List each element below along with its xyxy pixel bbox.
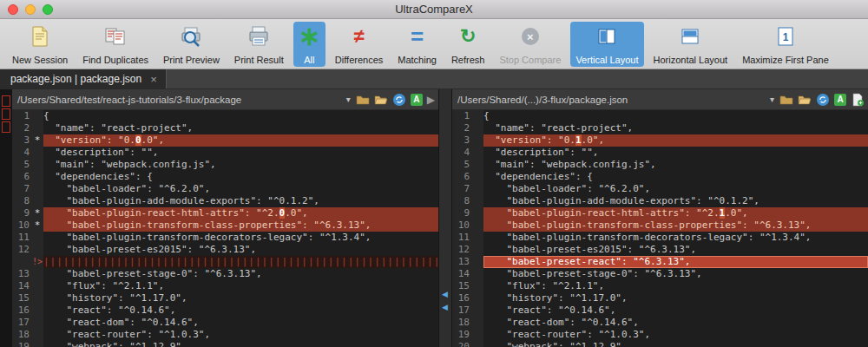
right-code-view[interactable]: 1{2 "name": "react-project",3 "version":… [452, 110, 868, 347]
code-line[interactable]: 8 "babel-plugin-add-module-exports": "^0… [12, 195, 438, 207]
line-text: "description": "", [43, 147, 438, 159]
code-line[interactable]: 19 "react-router": "^1.0.3", [452, 329, 868, 341]
code-line[interactable]: 6 "dependencies": { [452, 171, 868, 183]
code-line[interactable]: 1{ [452, 110, 868, 122]
vertical-layout-button[interactable]: Vertical Layout [570, 22, 643, 67]
left-file-path[interactable]: /Users/Shared/test/react-js-tutorials/3-… [17, 95, 341, 105]
line-text: "version": "0.1.0", [483, 134, 868, 147]
diff-marker [471, 232, 483, 244]
font-options-icon[interactable]: A [834, 94, 846, 106]
code-line[interactable]: 16 "history": "^1.17.0", [452, 292, 868, 304]
code-line[interactable]: 7 "babel-loader": "^6.2.0", [12, 183, 438, 195]
line-number: 3 [452, 134, 471, 147]
diff-marker: !> [31, 256, 43, 268]
line-text: "name": "react-project", [43, 122, 438, 134]
new-session-icon [30, 24, 50, 49]
folder-open-icon[interactable] [798, 93, 812, 107]
tab-bar: package.json | package.json × [0, 69, 868, 89]
line-text: "babel-plugin-add-module-exports": "^0.1… [483, 195, 868, 207]
code-line[interactable]: 4 "description": "", [12, 147, 438, 159]
toolbar-button-label: Horizontal Layout [654, 55, 728, 65]
folder-open-icon[interactable] [374, 93, 388, 107]
code-line[interactable]: 13 "babel-preset-react": "^6.3.13", [452, 256, 868, 268]
code-line[interactable]: 1{ [12, 110, 438, 122]
diff-marker [471, 171, 483, 183]
merge-arrow-icon[interactable]: ◀ [442, 304, 448, 311]
diff-map-mark[interactable] [2, 121, 10, 133]
compare-content: /Users/Shared/test/react-js-tutorials/3-… [0, 89, 868, 347]
horizontal-layout-button[interactable]: Horizontal Layout [648, 22, 733, 67]
code-line[interactable]: 16 "react": "^0.14.6", [12, 304, 438, 317]
path-dropdown-icon[interactable]: ▾ [345, 95, 352, 104]
code-line[interactable]: 13 "babel-preset-stage-0": "^6.3.13", [12, 268, 438, 280]
code-line[interactable]: 12 "babel-preset-es2015": "^6.3.13", [452, 244, 868, 256]
find-duplicates-button[interactable]: Find Duplicates [77, 22, 154, 67]
code-line[interactable]: 17 "react": "^0.14.6", [452, 304, 868, 317]
line-number: 3 [12, 134, 31, 147]
code-line[interactable]: 8 "babel-plugin-add-module-exports": "^0… [452, 195, 868, 207]
diff-map-mark[interactable] [2, 108, 10, 120]
code-line[interactable]: 18 "react-router": "^1.0.3", [12, 329, 438, 341]
code-line[interactable]: 5 "main": "webpack.config.js", [12, 159, 438, 171]
tab-close-icon[interactable]: × [150, 73, 157, 86]
code-line[interactable]: 15 "history": "^1.17.0", [12, 292, 438, 304]
new-session-button[interactable]: New Session [7, 22, 73, 67]
line-text: "babel-plugin-transform-decorators-legac… [43, 232, 438, 244]
show-all-button[interactable]: ∗ All [293, 22, 326, 67]
sync-icon[interactable] [392, 93, 406, 107]
code-line[interactable]: 10* "babel-plugin-transform-class-proper… [12, 219, 438, 232]
left-code-view[interactable]: 1{2 "name": "react-project",3* "version"… [12, 110, 438, 347]
code-line[interactable]: 3 "version": "0.1.0", [452, 134, 868, 147]
file-badge-icon[interactable] [851, 93, 865, 107]
code-line[interactable]: 14 "babel-preset-stage-0": "^6.3.13", [452, 268, 868, 280]
refresh-button[interactable]: ↻ Refresh [446, 22, 490, 67]
code-line[interactable]: 19 "webpack": "^1.12.9" [12, 341, 438, 347]
code-line[interactable]: 9* "babel-plugin-react-html-attrs": "^2.… [12, 207, 438, 219]
path-dropdown-icon[interactable]: ▾ [768, 95, 776, 104]
maximize-first-pane-button[interactable]: 1 Maximize First Pane [737, 22, 834, 67]
line-number: 9 [452, 207, 471, 219]
code-line[interactable]: 17 "react-dom": "^0.14.6", [12, 317, 438, 329]
sync-icon[interactable] [816, 93, 830, 107]
code-line[interactable]: 10 "babel-plugin-transform-class-propert… [452, 219, 868, 232]
print-result-button[interactable]: Print Result [229, 22, 289, 67]
find-duplicates-icon [104, 24, 127, 49]
code-line[interactable]: 9 "babel-plugin-react-html-attrs": "^2.1… [452, 207, 868, 219]
code-line[interactable]: 4 "description": "", [452, 147, 868, 159]
tab-package-json[interactable]: package.json | package.json × [0, 69, 167, 88]
folder-icon[interactable] [356, 93, 370, 107]
font-options-icon[interactable]: A [411, 94, 423, 106]
line-text: "babel-preset-react": "^6.3.13", [483, 256, 868, 268]
show-differences-button[interactable]: ≠ Differences [330, 22, 388, 67]
line-text: "version": "0.0.0", [43, 134, 438, 147]
print-preview-button[interactable]: Print Preview [158, 22, 225, 67]
code-line[interactable]: 6 "dependencies": { [12, 171, 438, 183]
line-text: "react-router": "^1.0.3", [483, 329, 868, 341]
folder-icon[interactable] [779, 93, 793, 107]
diff-marker [471, 244, 483, 256]
code-line[interactable]: 5 "main": "webpack.config.js", [452, 159, 868, 171]
diff-map-mark[interactable] [2, 95, 10, 107]
vertical-layout-icon [595, 24, 618, 49]
code-line[interactable]: 3* "version": "0.0.0", [12, 134, 438, 147]
code-line[interactable]: 2 "name": "react-project", [12, 122, 438, 134]
code-line[interactable]: 7 "babel-loader": "^6.2.0", [452, 183, 868, 195]
diff-overview-map[interactable] [0, 89, 12, 347]
changed-char: 1 [575, 134, 582, 146]
merge-arrow-icon[interactable]: ◀ [442, 291, 448, 298]
code-line[interactable]: 20 "webpack": "^1.12.9" [452, 341, 868, 347]
diff-marker [471, 195, 483, 207]
code-line[interactable]: 11 "babel-plugin-transform-decorators-le… [12, 232, 438, 244]
line-text: "webpack": "^1.12.9" [483, 341, 868, 347]
code-line[interactable]: 11 "babel-plugin-transform-decorators-le… [452, 232, 868, 244]
refresh-icon: ↻ [460, 24, 476, 49]
code-line[interactable]: 18 "react-dom": "^0.14.6", [452, 317, 868, 329]
code-line[interactable]: 12 "babel-preset-es2015": "^6.3.13", [12, 244, 438, 256]
right-file-path[interactable]: /Users/Shared/(...)/3-flux/package.json [457, 95, 765, 105]
show-matching-button[interactable]: = Matching [392, 22, 442, 67]
code-line[interactable]: !>||||||||||||||||||||||||||||||||||||||… [12, 256, 438, 268]
run-compare-icon[interactable]: ▶ [427, 94, 435, 106]
code-line[interactable]: 2 "name": "react-project", [452, 122, 868, 134]
code-line[interactable]: 15 "flux": "^2.1.1", [452, 280, 868, 292]
code-line[interactable]: 14 "flux": "^2.1.1", [12, 280, 438, 292]
